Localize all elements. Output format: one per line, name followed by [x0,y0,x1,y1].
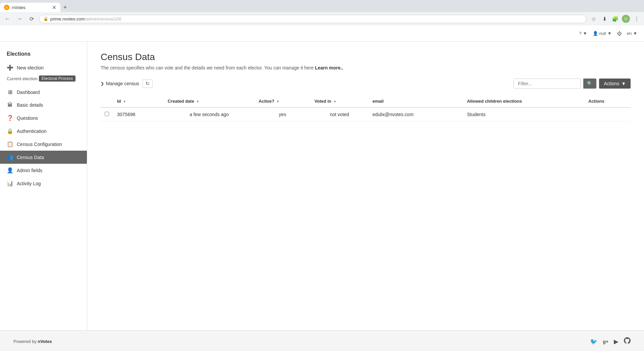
row-checkbox[interactable] [105,112,109,116]
sidebar-item-census-config[interactable]: 📋 Census Configuration [0,138,87,151]
youtube-icon[interactable]: ▶ [614,338,619,345]
browser-nav-bar: ← → ⟳ 🔒 prime.nvotes.com/admin/census/10… [0,12,644,26]
manage-census-label: Manage census [106,81,139,86]
reload-button[interactable]: ⟳ [27,14,36,23]
googleplus-icon[interactable]: g+ [603,339,608,344]
authentication-icon: 🔒 [7,128,13,134]
voted-in-sort-icon: ▼ [333,100,336,103]
download-button[interactable]: ⬇ [600,14,609,23]
page-title: Census Data [101,52,631,62]
sidebar-item-basic-details[interactable]: 🏛 Basic details [0,99,87,111]
language-dropdown-arrow: ▼ [633,31,637,36]
actions-column-label: Actions [588,99,604,104]
forward-button[interactable]: → [15,14,24,23]
secure-icon: 🔒 [43,16,48,21]
tab-close-button[interactable]: ✕ [52,4,56,11]
sidebar-item-census-data-label: Census Data [17,155,44,160]
sidebar-item-new-election[interactable]: ➕ New election [0,61,87,74]
account-button[interactable]: U [621,14,631,23]
extensions-button[interactable]: 🧩 [610,14,620,23]
created-date-sort-icon: ▼ [196,100,199,103]
user-icon: 👤 [593,31,598,36]
sidebar-elections-title: Elections [0,48,87,61]
census-config-icon: 📋 [7,141,13,147]
actions-dropdown-arrow: ▼ [621,81,626,86]
sidebar-item-questions-label: Questions [17,115,38,121]
manage-census-button[interactable]: ❯ Manage census [101,80,139,88]
sidebar-item-basic-details-label: Basic details [17,102,43,108]
new-election-label: New election [17,65,44,70]
power-icon: ⏻ [617,31,622,36]
row-voted-in: not voted [311,107,369,121]
user-label: null [599,31,606,36]
activity-log-icon: 📊 [7,180,13,187]
language-menu[interactable]: en ▼ [627,31,637,36]
table-header-voted-in[interactable]: Voted in ▼ [311,95,369,107]
sidebar-item-activity-log[interactable]: 📊 Activity Log [0,177,87,190]
learn-more-link[interactable]: Learn more.. [315,65,343,70]
table-header-allowed-children: Allowed children elections [463,95,584,107]
actions-label: Actions [604,81,619,86]
table-body: 3075696 a few seconds ago yes not voted … [101,107,631,121]
sidebar-item-admin-fields[interactable]: 👤 Admin fields [0,164,87,177]
page-subtitle: The census specifies who can vote and th… [101,65,631,70]
help-menu[interactable]: ? ▼ [579,31,587,36]
questions-icon: ❓ [7,115,13,121]
power-button[interactable]: ⏻ [617,31,622,36]
new-tab-button[interactable]: + [60,3,70,12]
footer-powered-by: Powered by nVotes [13,339,52,344]
user-menu[interactable]: 👤 null ▼ [593,31,612,36]
voted-in-column-label: Voted in [315,99,331,104]
content-area: Census Data The census specifies who can… [87,42,644,330]
browser-tab[interactable]: n nVotes ✕ [0,3,60,12]
id-sort-icon: ▼ [123,100,126,103]
row-created-date: a few seconds ago [164,107,255,121]
github-icon[interactable] [624,337,631,346]
sidebar-item-authentication[interactable]: 🔒 Authentication [0,124,87,138]
browser-nav-icons: ☆ ⬇ 🧩 U ⋮ [589,14,641,23]
row-active: yes [255,107,310,121]
table-header-checkbox [101,95,113,107]
filter-input[interactable] [514,79,581,89]
census-controls: ❯ Manage census ↻ 🔍 Actions ▼ [101,79,631,89]
table-header-created-date[interactable]: Created date ▼ [164,95,255,107]
sidebar-item-admin-fields-label: Admin fields [17,168,42,173]
bookmark-button[interactable]: ☆ [589,14,598,23]
browser-chrome: n nVotes ✕ + ← → ⟳ 🔒 prime.nvotes.com/ad… [0,0,644,26]
table-row: 3075696 a few seconds ago yes not voted … [101,107,631,121]
help-dropdown-arrow: ▼ [583,31,587,36]
row-allowed-children: Students [463,107,584,121]
current-election-row: Current election Electoral Process [0,74,87,86]
actions-dropdown-button[interactable]: Actions ▼ [599,79,631,89]
sidebar-item-census-data[interactable]: 👥 Census Data [0,151,87,164]
sidebar-item-questions[interactable]: ❓ Questions [0,111,87,124]
table-header-active[interactable]: Active? ▼ [255,95,310,107]
current-election-label: Current election [7,76,38,81]
help-icon: ? [579,31,581,36]
admin-fields-icon: 👤 [7,167,13,173]
filter-search-button[interactable]: 🔍 [583,79,596,89]
sidebar-item-census-config-label: Census Configuration [17,142,62,147]
sidebar-item-authentication-label: Authentication [17,129,47,134]
footer-brand-name: nVotes [38,339,52,344]
main-layout: Elections ➕ New election Current electio… [0,42,644,330]
back-button[interactable]: ← [3,14,12,23]
address-bar[interactable]: 🔒 prime.nvotes.com/admin/census/100 [39,15,586,23]
sidebar-item-dashboard[interactable]: ⊞ Dashboard [0,86,87,99]
refresh-button[interactable]: ↻ [143,79,153,88]
active-sort-icon: ▼ [276,100,280,103]
app-top-bar: ? ▼ 👤 null ▼ ⏻ en ▼ [0,26,644,42]
dashboard-icon: ⊞ [7,89,13,95]
footer: Powered by nVotes 🐦 g+ ▶ [0,330,644,351]
census-data-icon: 👥 [7,154,13,160]
user-dropdown-arrow: ▼ [607,31,612,36]
table-header-id[interactable]: Id ▼ [113,95,164,107]
menu-button[interactable]: ⋮ [632,14,641,23]
created-date-column-label: Created date [168,99,194,104]
manage-census-chevron: ❯ [101,81,104,86]
row-checkbox-cell[interactable] [101,107,113,121]
twitter-icon[interactable]: 🐦 [590,338,597,345]
census-right-controls: 🔍 Actions ▼ [514,79,631,89]
sidebar: Elections ➕ New election Current electio… [0,42,87,330]
user-avatar: U [622,15,630,23]
